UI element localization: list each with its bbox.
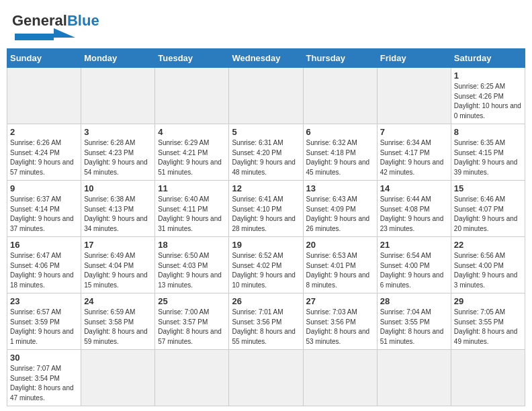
day-number: 10 — [84, 183, 152, 193]
day-number: 30 — [10, 353, 78, 363]
day-number: 22 — [454, 240, 522, 250]
day-info: Sunrise: 6:50 AMSunset: 4:03 PMDaylight:… — [158, 251, 226, 290]
calendar-day-cell — [451, 350, 525, 406]
day-number: 6 — [306, 127, 374, 137]
calendar-week-row: 16Sunrise: 6:47 AMSunset: 4:06 PMDayligh… — [7, 237, 525, 293]
day-info: Sunrise: 6:31 AMSunset: 4:20 PMDaylight:… — [232, 138, 300, 177]
col-friday: Friday — [377, 49, 451, 68]
col-sunday: Sunday — [7, 49, 81, 68]
calendar-wrapper: Sunday Monday Tuesday Wednesday Thursday… — [0, 48, 532, 411]
day-info: Sunrise: 6:32 AMSunset: 4:18 PMDaylight:… — [306, 138, 374, 177]
day-info: Sunrise: 6:44 AMSunset: 4:08 PMDaylight:… — [380, 195, 448, 234]
logo-blue-text: Blue — [67, 12, 99, 30]
calendar-day-cell: 22Sunrise: 6:56 AMSunset: 4:00 PMDayligh… — [451, 237, 525, 293]
day-info: Sunrise: 6:29 AMSunset: 4:21 PMDaylight:… — [158, 138, 226, 177]
calendar-day-cell — [155, 350, 229, 406]
calendar-week-row: 1Sunrise: 6:25 AMSunset: 4:26 PMDaylight… — [7, 68, 525, 124]
day-number: 1 — [454, 71, 522, 81]
day-number: 7 — [380, 127, 448, 137]
day-info: Sunrise: 7:04 AMSunset: 3:55 PMDaylight:… — [380, 308, 448, 347]
calendar-day-cell: 30Sunrise: 7:07 AMSunset: 3:54 PMDayligh… — [7, 350, 81, 406]
calendar-day-cell — [303, 68, 377, 124]
day-number: 2 — [10, 127, 78, 137]
day-number: 12 — [232, 183, 300, 193]
day-info: Sunrise: 6:41 AMSunset: 4:10 PMDaylight:… — [232, 195, 300, 234]
calendar-day-cell: 8Sunrise: 6:35 AMSunset: 4:15 PMDaylight… — [451, 124, 525, 181]
day-number: 27 — [306, 296, 374, 306]
calendar-day-cell: 19Sunrise: 6:52 AMSunset: 4:02 PMDayligh… — [229, 237, 303, 293]
day-info: Sunrise: 6:47 AMSunset: 4:06 PMDaylight:… — [10, 251, 78, 290]
day-info: Sunrise: 6:56 AMSunset: 4:00 PMDaylight:… — [454, 251, 522, 290]
calendar-day-cell: 7Sunrise: 6:34 AMSunset: 4:17 PMDaylight… — [377, 124, 451, 181]
day-number: 11 — [158, 183, 226, 193]
day-info: Sunrise: 7:07 AMSunset: 3:54 PMDaylight:… — [10, 364, 78, 403]
day-info: Sunrise: 6:52 AMSunset: 4:02 PMDaylight:… — [232, 251, 300, 290]
day-info: Sunrise: 6:38 AMSunset: 4:13 PMDaylight:… — [84, 195, 152, 234]
logo-general-text: General — [12, 12, 67, 30]
day-info: Sunrise: 6:40 AMSunset: 4:11 PMDaylight:… — [158, 195, 226, 234]
day-number: 26 — [232, 296, 300, 306]
calendar-day-cell: 12Sunrise: 6:41 AMSunset: 4:10 PMDayligh… — [229, 181, 303, 237]
col-wednesday: Wednesday — [229, 49, 303, 68]
calendar-day-cell: 15Sunrise: 6:46 AMSunset: 4:07 PMDayligh… — [451, 181, 525, 237]
day-number: 28 — [380, 296, 448, 306]
calendar-week-row: 9Sunrise: 6:37 AMSunset: 4:14 PMDaylight… — [7, 181, 525, 237]
calendar-day-cell: 21Sunrise: 6:54 AMSunset: 4:00 PMDayligh… — [377, 237, 451, 293]
day-info: Sunrise: 6:43 AMSunset: 4:09 PMDaylight:… — [306, 195, 374, 234]
calendar-day-cell: 29Sunrise: 7:05 AMSunset: 3:55 PMDayligh… — [451, 293, 525, 350]
svg-rect-0 — [15, 34, 54, 40]
day-number: 15 — [454, 183, 522, 193]
day-number: 14 — [380, 183, 448, 193]
day-info: Sunrise: 6:49 AMSunset: 4:04 PMDaylight:… — [84, 251, 152, 290]
calendar-day-cell: 13Sunrise: 6:43 AMSunset: 4:09 PMDayligh… — [303, 181, 377, 237]
day-number: 23 — [10, 296, 78, 306]
calendar-day-cell: 10Sunrise: 6:38 AMSunset: 4:13 PMDayligh… — [81, 181, 155, 237]
day-number: 29 — [454, 296, 522, 306]
calendar-week-row: 30Sunrise: 7:07 AMSunset: 3:54 PMDayligh… — [7, 350, 525, 406]
day-info: Sunrise: 6:57 AMSunset: 3:59 PMDaylight:… — [10, 308, 78, 347]
col-monday: Monday — [81, 49, 155, 68]
day-number: 20 — [306, 240, 374, 250]
calendar-day-cell: 11Sunrise: 6:40 AMSunset: 4:11 PMDayligh… — [155, 181, 229, 237]
day-info: Sunrise: 6:46 AMSunset: 4:07 PMDaylight:… — [454, 195, 522, 234]
day-number: 17 — [84, 240, 152, 250]
day-info: Sunrise: 6:59 AMSunset: 3:58 PMDaylight:… — [84, 308, 152, 347]
day-number: 5 — [232, 127, 300, 137]
calendar-day-cell: 1Sunrise: 6:25 AMSunset: 4:26 PMDaylight… — [451, 68, 525, 124]
day-info: Sunrise: 7:03 AMSunset: 3:56 PMDaylight:… — [306, 308, 374, 347]
day-info: Sunrise: 6:35 AMSunset: 4:15 PMDaylight:… — [454, 138, 522, 177]
day-info: Sunrise: 6:26 AMSunset: 4:24 PMDaylight:… — [10, 138, 78, 177]
calendar-week-row: 2Sunrise: 6:26 AMSunset: 4:24 PMDaylight… — [7, 124, 525, 181]
calendar-day-cell: 23Sunrise: 6:57 AMSunset: 3:59 PMDayligh… — [7, 293, 81, 350]
logo-graphic — [15, 28, 75, 43]
day-info: Sunrise: 6:37 AMSunset: 4:14 PMDaylight:… — [10, 195, 78, 234]
col-saturday: Saturday — [451, 49, 525, 68]
day-number: 18 — [158, 240, 226, 250]
day-info: Sunrise: 7:05 AMSunset: 3:55 PMDaylight:… — [454, 308, 522, 347]
calendar-day-cell: 6Sunrise: 6:32 AMSunset: 4:18 PMDaylight… — [303, 124, 377, 181]
day-info: Sunrise: 7:01 AMSunset: 3:56 PMDaylight:… — [232, 308, 300, 347]
day-number: 19 — [232, 240, 300, 250]
day-info: Sunrise: 6:34 AMSunset: 4:17 PMDaylight:… — [380, 138, 448, 177]
calendar-day-cell — [229, 350, 303, 406]
col-thursday: Thursday — [303, 49, 377, 68]
calendar-table: Sunday Monday Tuesday Wednesday Thursday… — [7, 48, 525, 406]
page-header: General Blue — [0, 0, 532, 48]
calendar-day-cell — [7, 68, 81, 124]
day-info: Sunrise: 6:25 AMSunset: 4:26 PMDaylight:… — [454, 82, 522, 121]
calendar-day-cell: 28Sunrise: 7:04 AMSunset: 3:55 PMDayligh… — [377, 293, 451, 350]
day-number: 24 — [84, 296, 152, 306]
svg-marker-1 — [54, 28, 75, 38]
day-number: 21 — [380, 240, 448, 250]
day-number: 13 — [306, 183, 374, 193]
logo: General Blue — [12, 12, 99, 43]
day-info: Sunrise: 6:54 AMSunset: 4:00 PMDaylight:… — [380, 251, 448, 290]
calendar-week-row: 23Sunrise: 6:57 AMSunset: 3:59 PMDayligh… — [7, 293, 525, 350]
calendar-day-cell — [155, 68, 229, 124]
day-number: 16 — [10, 240, 78, 250]
calendar-header-row: Sunday Monday Tuesday Wednesday Thursday… — [7, 49, 525, 68]
calendar-day-cell: 9Sunrise: 6:37 AMSunset: 4:14 PMDaylight… — [7, 181, 81, 237]
col-tuesday: Tuesday — [155, 49, 229, 68]
calendar-day-cell — [377, 350, 451, 406]
calendar-day-cell: 18Sunrise: 6:50 AMSunset: 4:03 PMDayligh… — [155, 237, 229, 293]
